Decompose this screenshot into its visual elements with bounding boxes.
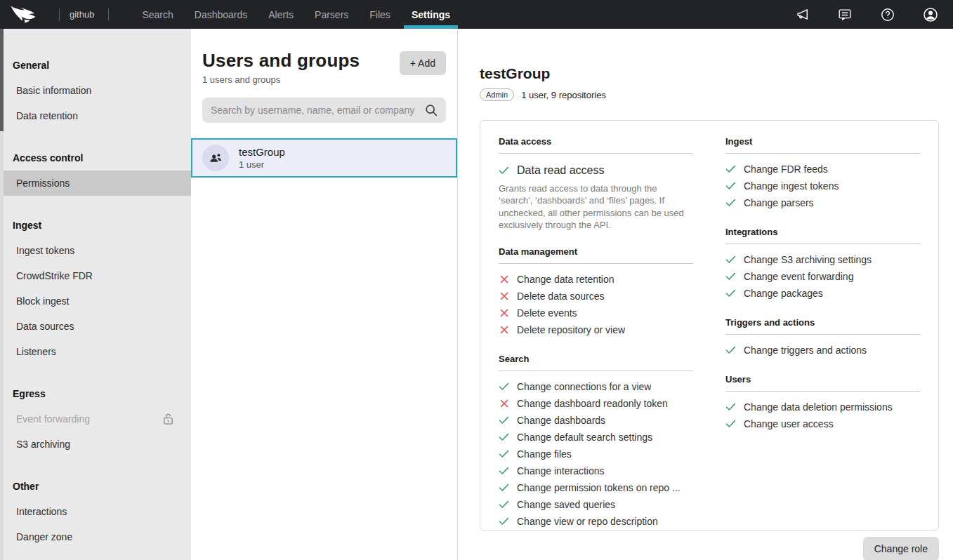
group-detail-meta: 1 user, 9 repositories (521, 90, 606, 100)
permission-label: Change files (517, 448, 572, 460)
group-list-item-testgroup[interactable]: testGroup 1 user (191, 138, 457, 178)
nav-item-search[interactable]: Search (131, 0, 183, 29)
permissions-card: Data access Data read accessGrants read … (480, 120, 939, 531)
sidebar-item-listeners[interactable]: Listeners (0, 339, 191, 364)
check-icon (499, 484, 509, 492)
permission-item-data-read-access: Data read access (499, 161, 693, 180)
sidebar-item-label: Data sources (16, 321, 74, 332)
sidebar-item-ingest-tokens[interactable]: Ingest tokens (0, 238, 191, 263)
x-icon (499, 399, 509, 408)
sidebar-item-label: S3 archiving (16, 439, 70, 450)
permissions-column-2: Ingest Change FDR feedsChange ingest tok… (725, 136, 920, 514)
sidebar-item-data-sources[interactable]: Data sources (0, 314, 191, 339)
change-role-button[interactable]: Change role (863, 537, 939, 560)
permission-label: Delete repository or view (517, 324, 625, 335)
app-window: github Search Dashboards Alerts Parsers … (0, 0, 953, 560)
search-input[interactable] (202, 98, 446, 123)
permission-description: Grants read access to data through the ‘… (499, 182, 693, 231)
sidebar-scrollbar[interactable] (0, 29, 4, 560)
check-icon (499, 517, 509, 526)
check-icon (725, 403, 736, 411)
check-icon (725, 255, 736, 264)
sidebar-section: Ingest Ingest tokensCrowdStrike FDRBlock… (0, 213, 191, 364)
permission-item-delete-data-sources: Delete data sources (499, 288, 693, 305)
sidebar-item-s3-archiving[interactable]: S3 archiving (0, 432, 191, 457)
group-title: testGroup (480, 65, 939, 82)
check-icon (725, 289, 736, 298)
permission-label: Change saved queries (517, 499, 615, 510)
repository-name[interactable]: github (70, 9, 94, 20)
nav-item-parsers[interactable]: Parsers (304, 0, 359, 29)
group-meta: 1 user (239, 159, 285, 170)
sidebar-item-label: Danger zone (16, 531, 72, 542)
check-icon (499, 450, 509, 458)
permission-label: Delete data sources (517, 291, 605, 302)
permission-group: Data management Change data retentionDel… (499, 246, 693, 338)
permission-group-title: Integrations (725, 227, 920, 244)
permission-group: Data access Data read accessGrants read … (499, 136, 693, 231)
top-navigation-bar: github Search Dashboards Alerts Parsers … (0, 0, 953, 29)
sidebar-item-label: Event forwarding (16, 413, 90, 425)
nav-item-alerts[interactable]: Alerts (258, 0, 304, 29)
permission-label: Change view or repo description (517, 516, 658, 527)
nav-item-files[interactable]: Files (359, 0, 401, 29)
permission-label: Change default search settings (517, 432, 652, 443)
sidebar-item-event-forwarding: Event forwarding (0, 406, 191, 432)
permission-item-change-event-forwarding: Change event forwarding (725, 268, 920, 285)
sidebar-item-crowdstrike-fdr[interactable]: CrowdStrike FDR (0, 263, 191, 288)
panel-subtitle: 1 users and groups (202, 74, 360, 85)
permission-item-change-default-search-settings: Change default search settings (499, 429, 693, 446)
check-icon (499, 467, 509, 475)
nav-item-settings[interactable]: Settings (401, 0, 461, 29)
permission-item-change-user-access: Change user access (725, 415, 920, 432)
add-button[interactable]: + Add (400, 51, 446, 75)
sidebar-section-title: Other (0, 474, 191, 499)
sidebar-item-permissions[interactable]: Permissions (0, 171, 191, 196)
permission-item-change-interactions: Change interactions (499, 462, 693, 479)
permission-item-change-triggers-and-actions: Change triggers and actions (725, 342, 920, 359)
nav-item-dashboards[interactable]: Dashboards (184, 0, 258, 29)
help-icon[interactable] (879, 6, 896, 23)
permission-item-connect-a-view: Connect a view (499, 530, 693, 531)
crowdstrike-logo[interactable] (10, 5, 39, 24)
permission-item-change-s3-archiving-settings: Change S3 archiving settings (725, 251, 920, 268)
account-icon[interactable] (922, 6, 939, 23)
permission-label: Change FDR feeds (744, 164, 828, 175)
permission-item-change-connections-for-a-view: Change connections for a view (499, 378, 693, 395)
sidebar-section: Other InteractionsDanger zone (0, 474, 191, 549)
permission-label: Change data deletion permissions (744, 401, 893, 413)
permission-group-title: Data management (499, 246, 693, 264)
nav-divider (59, 8, 60, 21)
permission-item-change-fdr-feeds: Change FDR feeds (725, 161, 920, 178)
permission-group-title: Data access (499, 136, 693, 154)
check-icon (725, 420, 736, 428)
permission-item-change-permission-tokens-on-repo: Change permission tokens on repo ... (499, 479, 693, 496)
x-icon (499, 326, 509, 334)
permission-label: Change user access (744, 418, 834, 429)
megaphone-icon[interactable] (794, 6, 810, 23)
feedback-icon[interactable] (836, 6, 853, 23)
sidebar-section-title: Ingest (0, 213, 191, 238)
sidebar-item-danger-zone[interactable]: Danger zone (0, 524, 191, 549)
users-groups-panel: Users and groups 1 users and groups + Ad… (191, 29, 458, 560)
search-icon[interactable] (423, 102, 439, 121)
sidebar-section: General Basic informationData retention (0, 53, 191, 128)
sidebar-item-interactions[interactable]: Interactions (0, 499, 191, 524)
sidebar-item-basic-information[interactable]: Basic information (0, 78, 191, 103)
permission-item-change-ingest-tokens: Change ingest tokens (725, 178, 920, 194)
sidebar-item-data-retention[interactable]: Data retention (0, 103, 191, 128)
permission-label: Change dashboards (517, 415, 605, 426)
scrollbar-thumb[interactable] (0, 29, 4, 131)
permission-item-change-parsers: Change parsers (725, 194, 920, 211)
group-avatar-icon (202, 145, 229, 171)
permission-item-delete-events: Delete events (499, 305, 693, 321)
role-badge: Admin (480, 88, 514, 101)
permission-label: Change permission tokens on repo ... (517, 482, 681, 493)
lock-icon (162, 413, 174, 425)
sidebar-item-block-ingest[interactable]: Block ingest (0, 288, 191, 314)
permission-label: Change dashboard readonly token (517, 398, 668, 409)
permission-item-change-data-deletion-permissions: Change data deletion permissions (725, 399, 920, 415)
x-icon (499, 275, 509, 284)
panel-title: Users and groups (202, 50, 360, 72)
x-icon (499, 309, 509, 317)
